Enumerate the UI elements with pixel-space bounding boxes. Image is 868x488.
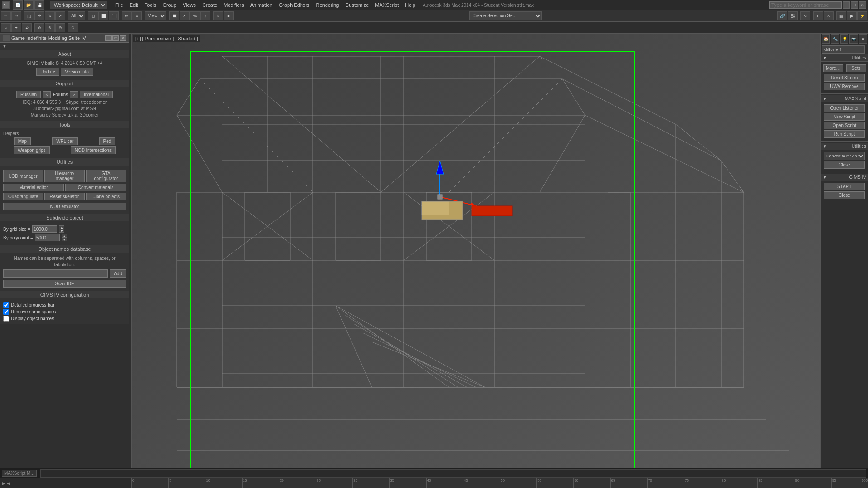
reset-xform-btn[interactable]: Reset XForm bbox=[824, 74, 865, 82]
menu-group[interactable]: Group bbox=[160, 1, 179, 9]
remove-namespaces-check[interactable] bbox=[3, 309, 9, 315]
international-btn[interactable]: International bbox=[80, 91, 113, 98]
open-listener-btn[interactable]: Open Listener bbox=[824, 104, 865, 112]
poly-spin-down[interactable]: ▼ bbox=[62, 238, 67, 241]
menu-tools[interactable]: Tools bbox=[142, 1, 159, 9]
menu-help[interactable]: Help bbox=[402, 1, 418, 9]
menu-rendering[interactable]: Rendering bbox=[313, 1, 342, 9]
scan-ide-btn[interactable]: Scan IDE bbox=[3, 280, 126, 288]
gims-close-btn[interactable]: ✕ bbox=[120, 35, 126, 41]
layer-manager-btn[interactable]: L bbox=[813, 11, 823, 20]
hierarchy-manager-btn[interactable]: Hierarchy manager bbox=[44, 170, 84, 182]
update-btn[interactable]: Update bbox=[36, 68, 59, 76]
run-script-btn[interactable]: Run Script bbox=[824, 130, 865, 138]
weapon-grips-btn[interactable]: Weapon grips bbox=[14, 146, 50, 154]
convert-materials-btn[interactable]: Convert materials bbox=[65, 184, 126, 191]
menu-file[interactable]: File bbox=[112, 1, 126, 9]
start-btn[interactable]: START bbox=[824, 183, 865, 190]
object-name-input[interactable] bbox=[822, 45, 865, 54]
poly-spin-up[interactable]: ▲ bbox=[62, 234, 67, 238]
collapse-arrow[interactable]: ▼ bbox=[2, 44, 7, 49]
add-name-btn[interactable]: Add bbox=[110, 269, 126, 278]
russian-btn[interactable]: Russian bbox=[16, 91, 41, 98]
save-file-btn[interactable]: 💾 bbox=[34, 0, 44, 10]
restore-btn[interactable]: □ bbox=[851, 1, 858, 9]
convert-dropdown[interactable]: Convert to mr Area L... bbox=[824, 152, 865, 160]
grid-spin-up[interactable]: ▲ bbox=[59, 225, 64, 229]
render-setup-btn[interactable]: ▦ bbox=[836, 11, 846, 20]
rotate-transform-type-in[interactable]: ⊗ bbox=[45, 23, 55, 32]
timeline-bar[interactable]: 0 5 10 15 20 25 30 35 40 45 50 55 60 65 … bbox=[132, 478, 868, 488]
named-set-dropdown[interactable]: Create Selection Se... bbox=[469, 11, 542, 20]
collapse-maxscript[interactable]: ▼ bbox=[823, 96, 827, 101]
menu-create[interactable]: Create bbox=[200, 1, 220, 9]
snap-toggle-btn[interactable]: 🔲 bbox=[169, 11, 179, 20]
display-objects-check[interactable] bbox=[3, 316, 9, 322]
select-region-btn[interactable]: ⬜ bbox=[98, 11, 108, 20]
reset-skeleton-btn[interactable]: Reset skeleton bbox=[44, 193, 84, 200]
right-icon3[interactable]: 💡 bbox=[840, 34, 848, 44]
rotate-btn[interactable]: ↻ bbox=[45, 11, 55, 20]
close-btn2[interactable]: Close bbox=[824, 191, 865, 199]
scene-explorer-btn[interactable]: S bbox=[824, 11, 834, 20]
move-transform-type-in[interactable]: ⊕ bbox=[34, 23, 44, 32]
render-btn[interactable]: ▶ bbox=[847, 11, 857, 20]
grid-size-input[interactable] bbox=[32, 225, 57, 233]
unlink-btn[interactable]: ⛓ bbox=[788, 11, 798, 20]
edit-named-selections-btn[interactable]: N bbox=[213, 11, 223, 20]
link-btn[interactable]: 🔗 bbox=[777, 11, 787, 20]
menu-edit[interactable]: Edit bbox=[127, 1, 141, 9]
object-names-input[interactable] bbox=[3, 269, 108, 278]
collapse-utilities2[interactable]: ▼ bbox=[823, 144, 827, 149]
menu-modifiers[interactable]: Modifiers bbox=[221, 1, 247, 9]
ped-btn[interactable]: Ped bbox=[99, 137, 116, 145]
minimize-btn[interactable]: — bbox=[843, 1, 850, 9]
collapse-gims[interactable]: ▼ bbox=[823, 175, 827, 180]
scale-btn[interactable]: ⤢ bbox=[55, 11, 65, 20]
collapse-utilities[interactable]: ▼ bbox=[823, 55, 827, 60]
menu-animation[interactable]: Animation bbox=[248, 1, 275, 9]
pivot-btn[interactable]: ⊙ bbox=[68, 23, 78, 32]
menu-customize[interactable]: Customize bbox=[342, 1, 371, 9]
gims-restore-btn[interactable]: □ bbox=[112, 35, 119, 41]
named-selection-sets-btn[interactable]: ■ bbox=[224, 11, 234, 20]
open-file-btn[interactable]: 📂 bbox=[24, 0, 34, 10]
quick-render-btn[interactable]: ⚡ bbox=[857, 11, 867, 20]
percent-snap-btn[interactable]: % bbox=[190, 11, 200, 20]
menu-maxscript[interactable]: MAXScript bbox=[372, 1, 401, 9]
redo-btn[interactable]: ↪ bbox=[11, 11, 21, 20]
nav-right-btn[interactable]: > bbox=[70, 91, 78, 98]
detailed-progress-check[interactable] bbox=[3, 302, 9, 308]
select-object-btn[interactable]: ◻ bbox=[88, 11, 98, 20]
select-filter-btn[interactable]: ⬦ bbox=[1, 23, 11, 32]
spinner-snap-btn[interactable]: ↕ bbox=[200, 11, 210, 20]
move-btn[interactable]: ✛ bbox=[34, 11, 44, 20]
bind-to-space-warp-btn[interactable]: ∿ bbox=[800, 11, 810, 20]
close-btn[interactable]: ✕ bbox=[859, 1, 866, 9]
align-btn[interactable]: ≡ bbox=[132, 11, 142, 20]
filter-dropdown[interactable]: All bbox=[68, 11, 85, 20]
paint-btn[interactable]: 🖌 bbox=[22, 23, 32, 32]
nod-emulator-btn[interactable]: NOD emulator bbox=[3, 203, 126, 210]
undo-btn[interactable]: ↩ bbox=[1, 11, 11, 20]
material-editor-btn[interactable]: Material editor bbox=[3, 184, 64, 191]
workspace-dropdown[interactable]: Workspace: Default bbox=[50, 1, 107, 9]
select-btn[interactable]: ⬚ bbox=[24, 11, 34, 20]
close-btn1[interactable]: Close bbox=[824, 161, 865, 169]
new-file-btn[interactable]: 📄 bbox=[13, 0, 23, 10]
mirror-btn[interactable]: ⇔ bbox=[122, 11, 132, 20]
lod-manager-btn[interactable]: LOD manager bbox=[3, 170, 43, 182]
uvw-remove-btn[interactable]: UWV Remove bbox=[824, 83, 865, 90]
grid-spin-down[interactable]: ▼ bbox=[59, 229, 64, 233]
polycount-input[interactable] bbox=[35, 234, 60, 241]
gta-configurator-btn[interactable]: GTA configurator bbox=[86, 170, 126, 182]
quadrangulate-btn[interactable]: Quadrangulate bbox=[3, 193, 43, 200]
more-btn[interactable]: More... bbox=[823, 64, 843, 72]
viewport[interactable]: [+] [ Perspective ] [ Shaded ] bbox=[132, 34, 820, 468]
menu-views[interactable]: Views bbox=[180, 1, 199, 9]
right-icon2[interactable]: 🔧 bbox=[831, 34, 839, 44]
menu-graph-editors[interactable]: Graph Editors bbox=[276, 1, 312, 9]
view-dropdown[interactable]: View bbox=[145, 11, 166, 20]
right-icon5[interactable]: ⚙ bbox=[859, 34, 867, 44]
gims-minimize-btn[interactable]: — bbox=[105, 35, 112, 41]
